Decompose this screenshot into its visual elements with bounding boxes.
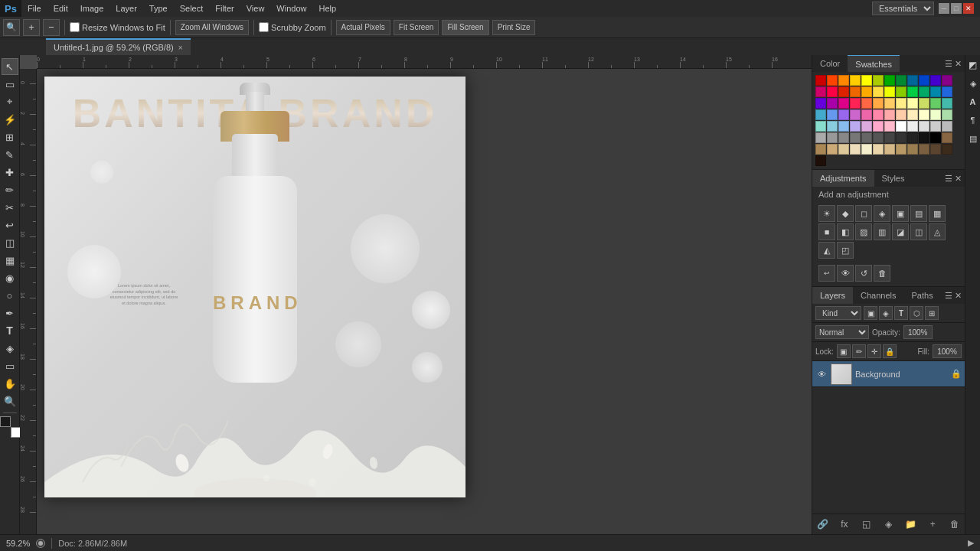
fit-screen-btn[interactable]: Fit Screen (394, 20, 439, 35)
swatch-color[interactable] (861, 86, 872, 97)
swatch-color[interactable] (907, 109, 918, 120)
layer-link-btn[interactable]: 🔗 (815, 517, 829, 531)
menu-edit[interactable]: Edit (47, 0, 74, 17)
swatch-color[interactable] (930, 132, 941, 143)
path-selection-tool[interactable]: ◈ (2, 340, 18, 357)
swatch-color[interactable] (942, 75, 952, 86)
panel-icon-color[interactable]: ◩ (966, 58, 980, 72)
menu-layer[interactable]: Layer (109, 0, 143, 17)
tab-close-btn[interactable]: × (178, 44, 183, 52)
swatch-color[interactable] (827, 86, 838, 97)
adj-invert[interactable]: ◪ (892, 223, 909, 240)
swatch-color[interactable] (942, 121, 952, 132)
lock-position[interactable]: ✛ (867, 344, 881, 358)
panel-icon-text[interactable]: A (966, 95, 980, 109)
swatch-color[interactable] (838, 144, 849, 155)
swatch-color[interactable] (942, 144, 952, 155)
lock-transparent[interactable]: ▣ (837, 344, 851, 358)
adj-panel-close[interactable]: ✕ (955, 174, 962, 184)
swatch-color[interactable] (896, 98, 906, 109)
swatch-color[interactable] (861, 121, 872, 132)
swatch-color[interactable] (873, 86, 884, 97)
swatch-color[interactable] (896, 86, 906, 97)
menu-image[interactable]: Image (74, 0, 110, 17)
swatch-color[interactable] (815, 132, 826, 143)
scrubby-zoom-checkbox[interactable] (259, 22, 269, 32)
swatch-color[interactable] (873, 98, 884, 109)
dodge-tool[interactable]: ○ (2, 287, 18, 304)
swatch-color[interactable] (896, 132, 906, 143)
window-close[interactable]: ✕ (963, 3, 974, 14)
layer-fx-btn[interactable]: fx (838, 517, 851, 531)
layer-new-btn[interactable]: + (926, 517, 939, 531)
zoom-tool-icon[interactable]: 🔍 (3, 19, 20, 36)
layers-panel-close[interactable]: ✕ (955, 291, 962, 301)
tab-swatches[interactable]: Swatches (848, 55, 900, 72)
swatch-color[interactable] (827, 98, 838, 109)
swatch-color[interactable] (838, 98, 849, 109)
pen-tool[interactable]: ✒ (2, 305, 18, 321)
swatch-color[interactable] (873, 132, 884, 143)
layer-background[interactable]: 👁 Background 🔒 (812, 361, 965, 387)
swatch-color[interactable] (919, 132, 929, 143)
swatch-color[interactable] (930, 121, 941, 132)
swatch-color[interactable] (919, 98, 929, 109)
swatch-color[interactable] (838, 109, 849, 120)
swatch-color[interactable] (942, 98, 952, 109)
swatch-color[interactable] (838, 132, 849, 143)
document-tab[interactable]: Untitled-1.jpg @ 59.2% (RGB/8) × (46, 38, 191, 55)
window-minimize[interactable]: ─ (939, 3, 949, 14)
lock-image[interactable]: ✏ (852, 344, 866, 358)
filter-smart[interactable]: ⊞ (925, 306, 939, 320)
swatches-panel-close[interactable]: ✕ (955, 59, 962, 69)
swatch-color[interactable] (907, 75, 918, 86)
swatch-color[interactable] (873, 109, 884, 120)
swatch-color[interactable] (827, 132, 838, 143)
swatch-color[interactable] (907, 86, 918, 97)
adj-color-balance[interactable]: ▦ (929, 205, 946, 222)
swatch-color[interactable] (907, 98, 918, 109)
adj-panel-options[interactable]: ☰ (945, 174, 952, 184)
menu-select[interactable]: Select (174, 0, 210, 17)
swatch-color[interactable] (815, 75, 826, 86)
swatch-color[interactable] (827, 144, 838, 155)
marquee-tool[interactable]: ▭ (2, 76, 18, 93)
scrubby-zoom-option[interactable]: Scrubby Zoom (259, 22, 326, 32)
layers-kind-select[interactable]: Kind (815, 306, 861, 320)
swatch-color[interactable] (838, 86, 849, 97)
swatch-color[interactable] (919, 109, 929, 120)
tab-channels[interactable]: Channels (853, 287, 903, 304)
swatches-panel-menu[interactable]: ☰ (945, 59, 952, 69)
swatch-color[interactable] (850, 132, 861, 143)
layers-panel-options[interactable]: ☰ (945, 291, 952, 301)
swatch-color[interactable] (815, 86, 826, 97)
swatch-color[interactable] (873, 75, 884, 86)
swatch-color[interactable] (930, 109, 941, 120)
swatch-color[interactable] (850, 121, 861, 132)
swatch-color[interactable] (942, 109, 952, 120)
layer-delete-btn[interactable]: 🗑 (948, 517, 962, 531)
clone-stamp-tool[interactable]: ✂ (2, 199, 18, 216)
tab-adjustments[interactable]: Adjustments (812, 170, 874, 187)
swatch-color[interactable] (896, 144, 906, 155)
filter-adjustment[interactable]: ◈ (879, 306, 893, 320)
lasso-tool[interactable]: ⌖ (2, 93, 18, 110)
swatch-color[interactable] (930, 86, 941, 97)
tab-layers[interactable]: Layers (812, 287, 853, 304)
adj-gradient-map[interactable]: ◭ (818, 242, 835, 259)
hand-tool[interactable]: ✋ (2, 375, 18, 392)
swatch-color[interactable] (919, 86, 929, 97)
tab-styles[interactable]: Styles (874, 170, 913, 187)
adj-icon-clip[interactable]: ↩ (818, 265, 835, 282)
resize-windows-option[interactable]: Resize Windows to Fit (70, 22, 165, 32)
adj-levels[interactable]: ◆ (837, 205, 854, 222)
blend-mode-select[interactable]: Normal (815, 325, 869, 339)
swatch-color[interactable] (873, 121, 884, 132)
adj-threshold[interactable]: ◬ (929, 223, 946, 240)
swatch-color[interactable] (884, 121, 895, 132)
swatch-color[interactable] (815, 98, 826, 109)
swatch-color[interactable] (815, 155, 826, 166)
blur-tool[interactable]: ◉ (2, 269, 18, 286)
swatch-color[interactable] (884, 75, 895, 86)
swatch-color[interactable] (838, 75, 849, 86)
